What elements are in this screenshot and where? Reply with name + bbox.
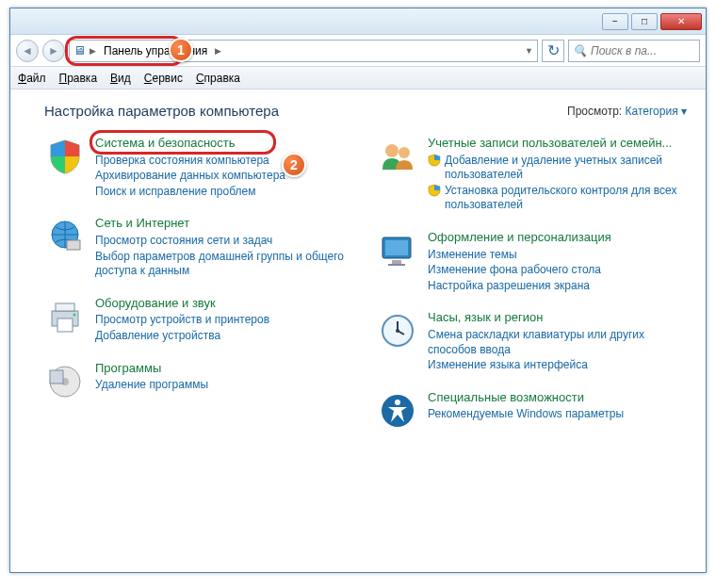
uac-shield-icon <box>428 154 441 167</box>
ease-of-access-icon <box>377 390 418 432</box>
svg-rect-4 <box>57 318 73 332</box>
left-column: Система и безопасность Проверка состояни… <box>44 136 354 432</box>
cat-title-accessibility[interactable]: Специальные возможности <box>428 390 624 405</box>
link-add-device[interactable]: Добавление устройства <box>95 329 269 344</box>
cat-title-appearance[interactable]: Оформление и персонализация <box>428 230 611 245</box>
link-devices[interactable]: Просмотр устройств и принтеров <box>95 313 269 328</box>
cat-title-system-security[interactable]: Система и безопасность <box>95 136 285 151</box>
address-bar: ◄ ► 🖥 ▶ Панель управления ▶ ▼ 1 ↻ 🔍 Поис… <box>10 35 706 67</box>
svg-point-9 <box>385 144 399 157</box>
search-placeholder: Поиск в па... <box>591 44 657 57</box>
breadcrumb-segment[interactable]: Панель управления <box>100 42 211 59</box>
menu-view[interactable]: Вид <box>110 72 131 85</box>
maximize-button[interactable]: □ <box>631 13 658 30</box>
svg-rect-1 <box>67 240 80 250</box>
menu-tools[interactable]: Сервис <box>144 72 183 85</box>
link-add-remove-users[interactable]: Добавление и удаление учетных записей по… <box>428 154 687 183</box>
content-area: Настройка параметров компьютера Просмотр… <box>10 90 706 572</box>
control-panel-icon: 🖥 <box>73 43 86 57</box>
link-homegroup[interactable]: Выбор параметров домашней группы и общег… <box>95 250 354 279</box>
svg-point-16 <box>396 329 399 333</box>
menu-file[interactable]: Файл <box>18 72 46 85</box>
cat-system-security: Система и безопасность Проверка состояни… <box>44 136 354 199</box>
menu-help[interactable]: Справка <box>196 72 240 85</box>
view-dropdown[interactable]: Категория ▾ <box>626 105 687 118</box>
link-recommended-settings[interactable]: Рекомендуемые Windows параметры <box>428 407 624 422</box>
cat-title-clock[interactable]: Часы, язык и регион <box>428 310 687 325</box>
cat-title-hardware[interactable]: Оборудование и звук <box>95 296 269 311</box>
window: − □ ✕ ◄ ► 🖥 ▶ Панель управления ▶ ▼ 1 ↻ … <box>9 8 707 573</box>
menu-edit[interactable]: Правка <box>59 72 98 85</box>
link-display-language[interactable]: Изменение языка интерфейса <box>428 358 687 373</box>
forward-button[interactable]: ► <box>42 40 65 62</box>
link-check-status[interactable]: Проверка состояния компьютера <box>95 154 285 169</box>
svg-rect-14 <box>388 264 405 266</box>
menubar: Файл Правка Вид Сервис Справка <box>10 67 706 90</box>
titlebar: − □ ✕ <box>10 8 706 35</box>
annotation-badge-2: 2 <box>282 153 306 177</box>
uac-shield-icon <box>428 184 441 197</box>
svg-point-10 <box>399 147 410 158</box>
svg-rect-8 <box>50 370 63 384</box>
link-change-wallpaper[interactable]: Изменение фона рабочего стола <box>428 263 611 278</box>
annotation-badge-1: 1 <box>169 38 193 62</box>
search-input[interactable]: 🔍 Поиск в па... <box>568 40 700 62</box>
cat-accessibility: Специальные возможности Рекомендуемые Wi… <box>377 390 687 432</box>
cat-appearance: Оформление и персонализация Изменение те… <box>377 230 687 293</box>
cat-network: Сеть и Интернет Просмотр состояния сети … <box>44 216 354 278</box>
link-backup[interactable]: Архивирование данных компьютера <box>95 169 285 184</box>
svg-rect-3 <box>56 303 74 311</box>
svg-point-18 <box>395 400 400 405</box>
cat-programs: Программы Удаление программы <box>44 361 354 402</box>
cat-title-network[interactable]: Сеть и Интернет <box>95 216 354 231</box>
shield-icon <box>44 136 86 177</box>
printer-icon <box>44 296 86 337</box>
right-column: Учетные записи пользователей и семейн...… <box>377 136 687 432</box>
close-button[interactable]: ✕ <box>660 13 702 30</box>
cat-clock: Часы, язык и регион Смена раскладки клав… <box>377 310 687 372</box>
minimize-button[interactable]: − <box>602 13 628 30</box>
cat-users: Учетные записи пользователей и семейн...… <box>377 136 687 213</box>
chevron-right-icon: ▶ <box>90 46 96 56</box>
clock-icon <box>377 310 418 351</box>
dropdown-icon[interactable]: ▼ <box>525 46 533 56</box>
svg-point-5 <box>73 313 76 316</box>
page-title: Настройка параметров компьютера <box>44 103 279 119</box>
svg-rect-12 <box>385 240 408 255</box>
search-icon: 🔍 <box>573 44 587 57</box>
cat-hardware: Оборудование и звук Просмотр устройств и… <box>44 296 354 344</box>
link-uninstall[interactable]: Удаление программы <box>95 378 208 393</box>
globe-icon <box>44 216 86 257</box>
svg-rect-13 <box>392 260 401 264</box>
link-troubleshoot[interactable]: Поиск и исправление проблем <box>95 185 285 200</box>
back-button[interactable]: ◄ <box>16 40 39 62</box>
link-keyboard-layout[interactable]: Смена раскладки клавиатуры или других сп… <box>428 328 687 357</box>
users-icon <box>377 136 418 177</box>
refresh-button[interactable]: ↻ <box>542 40 564 62</box>
cat-title-programs[interactable]: Программы <box>95 361 208 376</box>
link-change-theme[interactable]: Изменение темы <box>428 248 611 263</box>
monitor-icon <box>377 230 418 271</box>
link-screen-resolution[interactable]: Настройка разрешения экрана <box>428 279 611 294</box>
view-selector: Просмотр: Категория ▾ <box>567 105 687 118</box>
link-network-status[interactable]: Просмотр состояния сети и задач <box>95 234 354 249</box>
chevron-right-icon[interactable]: ▶ <box>215 46 221 56</box>
breadcrumb[interactable]: 🖥 ▶ Панель управления ▶ ▼ <box>69 40 538 62</box>
link-parental-controls[interactable]: Установка родительского контроля для все… <box>428 184 687 213</box>
cat-title-users[interactable]: Учетные записи пользователей и семейн... <box>428 136 687 151</box>
disc-icon <box>44 361 86 402</box>
